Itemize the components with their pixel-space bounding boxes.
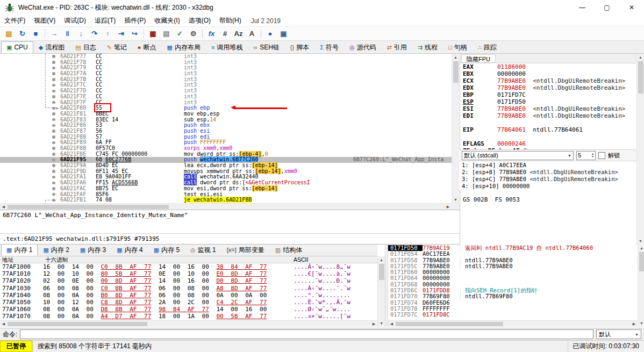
tab-threads[interactable]: ⇉线程 [412, 41, 443, 53]
step-out-button[interactable]: ↑ [101, 28, 115, 40]
patches-button[interactable]: ✓ [173, 28, 187, 40]
scroll-up-icon[interactable]: ▲ [452, 54, 459, 61]
menu-item-plugins[interactable]: 插件(P) [120, 15, 150, 26]
close-button[interactable]: ✕ [619, 0, 644, 15]
menu-item-view[interactable]: 视图(V) [30, 15, 60, 26]
log-window-button[interactable]: ▤ [160, 28, 173, 40]
scroll-thumb[interactable] [638, 61, 643, 94]
register-row[interactable]: EBP0171FD7C [460, 91, 637, 98]
dump-row[interactable]: 77AF107008 00 0A 00 A4 D7 AF 77 18 00 1A… [0, 313, 377, 320]
dump-row[interactable]: 77AF100016 00 14 00 C0 8B AF 77 14 00 16… [0, 263, 377, 270]
tab-log[interactable]: ▤日志 [70, 41, 101, 53]
breakpoint-toggle-button[interactable]: ● [263, 28, 277, 40]
tab-memory-map[interactable]: ▦内存布局 [162, 41, 206, 53]
stack-row[interactable]: 0171FD7C0171FD8C [388, 312, 638, 318]
scroll-down-icon[interactable]: ▼ [378, 320, 385, 327]
dump-row[interactable]: 77AF106008 00 0A 00 D8 8B AF 77 98 84 AF… [0, 306, 377, 313]
pause-button[interactable]: ‖ [61, 28, 74, 40]
dump-row[interactable]: 77AF105010 00 12 00 C8 8D AF 77 2A 00 2C… [0, 299, 377, 306]
tab-trace-tab[interactable]: ∴跟踪 [473, 41, 502, 53]
register-row[interactable]: EAX01186000 [460, 63, 637, 70]
settings-gear-button[interactable]: ⚙ [187, 28, 200, 40]
menu-item-help[interactable]: 帮助(H) [215, 15, 246, 26]
disassembly-vscrollbar[interactable]: ▲ ▼ [452, 54, 459, 203]
tab-cpu[interactable]: ▣CPU [1, 41, 33, 53]
tab-seh[interactable]: ∞SEH链 [248, 41, 285, 53]
stack-vscrollbar[interactable]: ▲ ▼ [638, 245, 644, 327]
stack-view[interactable]: 0171FD5077B9AC19返回到 ntdll.77B9AC19 自 ntd… [388, 245, 638, 320]
spin-down-icon[interactable]: ▼ [591, 155, 594, 158]
tab-call-stack[interactable]: ≡调用堆栈 [206, 41, 248, 53]
command-input[interactable] [20, 329, 593, 339]
stack-row[interactable]: 0171FD7077B69F80ntdll.77B69F80 [388, 293, 638, 299]
stepper-arrows[interactable]: ▲ ▼ [591, 153, 594, 158]
disassembly-hscrollbar[interactable]: ◀ ▶ [0, 203, 452, 210]
hide-fpu-button[interactable]: 隐藏FPU [461, 54, 496, 63]
calling-convention-select[interactable]: 默认 (stdcall) ▼ [462, 151, 574, 160]
step-into-button[interactable]: ↓ [74, 28, 88, 40]
trace-record-button[interactable]: ▦ [146, 28, 160, 40]
tab-notes[interactable]: ✎笔记 [102, 41, 132, 53]
argument-count-stepper[interactable]: 5 ▲ ▼ [576, 151, 596, 160]
dump-row[interactable]: 77AF103006 00 08 00 C0 8B AF 77 06 00 08… [0, 285, 377, 292]
scroll-thumb[interactable] [8, 205, 169, 209]
menu-item-favourites[interactable]: 收藏夹(I) [150, 15, 184, 26]
argument-row[interactable]: 1: [esp+4] A0C17EEA [460, 162, 636, 169]
stop-debug-button[interactable]: ■ [29, 28, 42, 40]
argument-row[interactable]: 4: [esp+10] 00000000 [460, 183, 636, 190]
disasm-row[interactable]: 6AD21F7ECCint3 [0, 94, 452, 100]
tab-watch-1[interactable]: ◎监视 1 [185, 244, 221, 256]
tab-symbols[interactable]: Σ符号 [314, 41, 344, 53]
register-row[interactable]: ESP0171FD50 [460, 98, 637, 105]
run-to-cursor-button[interactable]: ⇥ [115, 28, 128, 40]
scroll-up-icon[interactable]: ▲ [637, 54, 644, 61]
highlight-button[interactable]: A [245, 28, 259, 40]
command-mode-select[interactable]: 默认 ▼ [596, 329, 641, 339]
scroll-thumb[interactable] [8, 322, 147, 326]
menu-item-trace[interactable]: 追踪(T) [90, 15, 120, 26]
memory-dump-view[interactable]: 77AF100016 00 14 00 C0 8B AF 77 14 00 16… [0, 263, 377, 320]
register-row[interactable]: EDI77B9ABE0 <ntdll.DbgUiRemoteBreakin> [460, 112, 637, 119]
tab-handles[interactable]: □句柄 [443, 41, 473, 53]
scroll-thumb[interactable] [639, 252, 644, 271]
scroll-right-icon[interactable]: ▶ [631, 321, 638, 327]
scroll-right-icon[interactable]: ▶ [370, 321, 377, 327]
disassembly-view[interactable]: 6AD21F77CCint36AD21F78CCint36AD21F79CCin… [0, 54, 452, 203]
register-row[interactable]: EIP77B64061 ntdll.77B64061 [460, 126, 637, 133]
tab-dump-4[interactable]: ▦内存 4 [111, 244, 148, 256]
register-row[interactable]: ESI77B9ABE0 <ntdll.DbgUiRemoteBreakin> [460, 105, 637, 112]
tab-dump-2[interactable]: ▦内存 2 [38, 244, 74, 256]
register-row[interactable]: EDX77B9ABE0 <ntdll.DbgUiRemoteBreakin> [460, 84, 637, 91]
register-row[interactable]: EFLAGS00000246 [460, 140, 637, 147]
register-row[interactable]: ECX77B9ABE0 <ntdll.DbgUiRemoteBreakin> [460, 77, 637, 84]
maximize-button[interactable]: ▢ [595, 0, 619, 15]
dump-row[interactable]: 77AF101012 00 10 00 80 5B AF 77 0E 00 10… [0, 270, 377, 277]
scroll-thumb[interactable] [396, 322, 503, 326]
dump-vscrollbar[interactable]: ▲ ▼ [377, 256, 385, 327]
open-file-button[interactable]: ▨ [2, 28, 16, 40]
disasm-row[interactable]: 6AD21FAC8B75 ECmov esi,dword ptr ss:[ebp… [0, 186, 452, 192]
argument-row[interactable]: 3: [esp+C] 77B9ABE0 <ntdll.DbgUiRemoteBr… [460, 176, 636, 183]
scroll-up-icon[interactable]: ▲ [378, 256, 385, 263]
scroll-thumb[interactable] [453, 61, 459, 83]
tab-struct[interactable]: ▥结构体 [270, 244, 307, 256]
scroll-left-icon[interactable]: ◀ [388, 321, 395, 327]
system-button[interactable]: ▣ [277, 28, 290, 40]
tab-dump-3[interactable]: ▦内存 3 [75, 244, 111, 256]
functions-button[interactable]: fx [205, 28, 218, 40]
minimize-button[interactable]: — [570, 0, 595, 15]
skip-button[interactable]: ↪ [128, 28, 141, 40]
tab-locals[interactable]: [x=]局部变量 [221, 244, 270, 256]
disasm-row[interactable]: 6AD21F818BECmov ebp,esp [0, 111, 452, 117]
hash-button[interactable]: # [218, 28, 232, 40]
menu-item-file[interactable]: 文件(F) [0, 15, 30, 26]
tab-source[interactable]: ◎源代码 [344, 41, 382, 53]
register-row[interactable]: EBX00000000 [460, 70, 637, 77]
step-over-button[interactable]: ↷ [88, 28, 101, 40]
dump-row[interactable]: 77AF104008 00 0A 00 B0 8D AF 77 06 00 08… [0, 292, 377, 299]
argument-row[interactable]: 2: [esp+8] 77B9ABE0 <ntdll.DbgUiRemoteBr… [460, 169, 636, 176]
unlock-checkbox[interactable] [598, 152, 605, 159]
dump-hscrollbar[interactable]: ◀ ▶ [0, 320, 377, 327]
font-button[interactable]: Az [232, 28, 245, 40]
restart-button[interactable]: ↻ [16, 28, 29, 40]
